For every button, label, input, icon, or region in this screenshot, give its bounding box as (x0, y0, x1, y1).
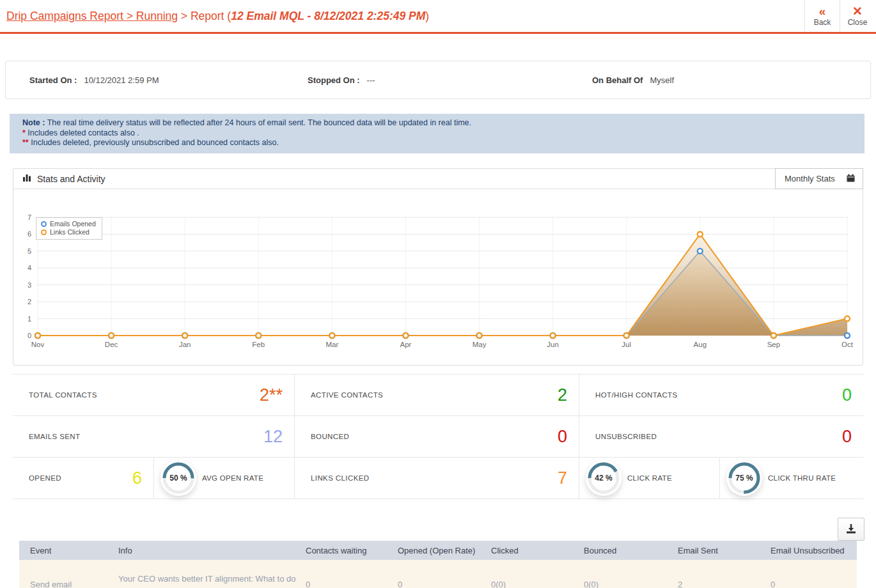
stat-bounced: BOUNCED 0 (294, 416, 579, 457)
stats-activity-panel: Stats and Activity Monthly Stats 0123456… (13, 168, 863, 366)
header-divider (0, 32, 876, 34)
svg-text:Sep: Sep (767, 341, 780, 348)
gauge-label: AVG OPEN RATE (202, 474, 263, 482)
stat-links-clicked: LINKS CLICKED 7 (294, 458, 579, 499)
back-icon: « (819, 6, 826, 17)
note-line-1: Note : The real time delivery status wil… (22, 118, 858, 128)
stat-value: 0 (842, 427, 852, 447)
stopped-on-label: Stopped On : (308, 75, 360, 85)
summary-row-1: TOTAL CONTACTS 2** ACTIVE CONTACTS 2 HOT… (13, 374, 863, 416)
started-on-label: Started On : (29, 75, 77, 85)
stat-label: ACTIVE CONTACTS (311, 391, 383, 399)
note-star: * (22, 128, 26, 137)
stats-panel-header: Stats and Activity Monthly Stats (13, 169, 863, 189)
back-label: Back (814, 18, 831, 27)
started-on-value: 10/12/2021 2:59 PM (84, 75, 159, 85)
gauge-percent: 50 % (160, 460, 196, 496)
svg-text:5: 5 (27, 247, 31, 255)
bar-chart-icon (22, 173, 31, 185)
note-label: Note : (22, 118, 45, 127)
legend-label-links-clicked: Links Clicked (50, 228, 90, 236)
cell-bounced: 0(0) (576, 580, 670, 588)
cell-email-unsubscribed: 0 (763, 580, 857, 588)
stat-opened: OPENED 6 (13, 458, 153, 499)
summary-stats-grid: TOTAL CONTACTS 2** ACTIVE CONTACTS 2 HOT… (13, 374, 863, 499)
monthly-stats-label: Monthly Stats (785, 174, 835, 183)
legend-item-links-clicked[interactable]: Links Clicked (41, 228, 96, 236)
stat-value: 2 (558, 385, 567, 405)
stat-label: UNSUBSCRIBED (595, 433, 657, 440)
stat-hot-high-contacts: HOT/HIGH CONTACTS 0 (579, 375, 863, 415)
stat-value: 7 (558, 468, 567, 488)
close-icon: ✕ (852, 6, 863, 17)
svg-text:1: 1 (27, 315, 31, 323)
summary-row-2: EMAILS SENT 12 BOUNCED 0 UNSUBSCRIBED 0 (13, 416, 863, 458)
header-clicked: Clicked (483, 546, 576, 555)
cell-email-sent: 2 (670, 580, 763, 588)
table-row[interactable]: Send email Your CEO wants better IT alig… (19, 560, 857, 588)
gauge-label: CLICK RATE (627, 474, 672, 482)
stat-label: EMAILS SENT (29, 433, 80, 440)
breadcrumb-link-running[interactable]: Drip Campaigns Report > Running (6, 10, 178, 23)
report-title: 12 Email MQL - 8/12/2021 2:25:49 PM (231, 10, 425, 23)
svg-text:0: 0 (27, 332, 31, 339)
note-box: Note : The real time delivery status wil… (10, 114, 864, 153)
events-table-header: Event Info Contacts waiting Opened (Open… (19, 541, 857, 560)
svg-text:Jul: Jul (622, 341, 631, 348)
stat-label: OPENED (29, 474, 61, 482)
svg-text:Oct: Oct (841, 341, 854, 348)
note-line-2-text: Includes deleted contacts also . (27, 128, 139, 137)
header-opened: Opened (Open Rate) (390, 546, 483, 555)
gauge-label: CLICK THRU RATE (768, 474, 836, 482)
stat-emails-sent: EMAILS SENT 12 (13, 416, 294, 457)
svg-text:Nov: Nov (31, 341, 45, 348)
breadcrumb: Drip Campaigns Report > Running > Report… (6, 0, 429, 32)
header-bounced: Bounced (576, 546, 670, 555)
download-icon (845, 523, 857, 536)
svg-text:Feb: Feb (252, 341, 265, 348)
header-contacts-waiting: Contacts waiting (298, 546, 390, 555)
header-email-unsubscribed: Email Unsubscribed (763, 546, 857, 555)
svg-text:Mar: Mar (325, 341, 338, 348)
links-clicked-marker-icon (41, 229, 47, 235)
back-button[interactable]: « Back (804, 0, 840, 32)
on-behalf-of-label: On Behalf Of (592, 75, 643, 85)
cell-contacts-waiting: 0 (298, 580, 390, 588)
note-line-2: * Includes deleted contacts also . (22, 128, 858, 139)
stat-unsubscribed: UNSUBSCRIBED 0 (579, 416, 863, 457)
svg-text:Apr: Apr (400, 341, 411, 348)
stat-label: BOUNCED (311, 433, 349, 440)
stat-active-contacts: ACTIVE CONTACTS 2 (294, 375, 579, 415)
gauge-percent: 75 % (726, 460, 762, 496)
gauge-percent: 42 % (586, 460, 622, 496)
header-email-sent: Email Sent (670, 546, 763, 555)
on-behalf-of: On Behalf Of Myself (592, 61, 674, 98)
breadcrumb-separator: > Report ( (178, 10, 231, 23)
close-button[interactable]: ✕ Close (840, 0, 875, 32)
cell-event: Send email (19, 580, 111, 588)
note-star: ** (22, 138, 29, 147)
legend-item-emails-opened[interactable]: Emails Opened (41, 220, 96, 228)
stat-total-contacts: TOTAL CONTACTS 2** (13, 375, 294, 415)
svg-text:2: 2 (27, 298, 31, 306)
stats-chart: 01234567NovDecJanFebMarAprMayJunJulAugSe… (13, 189, 863, 365)
stat-label: TOTAL CONTACTS (29, 391, 97, 399)
note-line-3-text: Includes deleted, previously unsubscribe… (31, 138, 279, 147)
monthly-stats-button[interactable]: Monthly Stats (775, 168, 863, 189)
stats-panel-title: Stats and Activity (37, 174, 106, 184)
page-header: Drip Campaigns Report > Running > Report… (0, 0, 876, 32)
drip-campaign-report-page: { "colors": { "accent": "#e4502e", "note… (0, 0, 876, 588)
campaign-info-bar: Started On : 10/12/2021 2:59 PM Stopped … (5, 61, 871, 99)
svg-text:Aug: Aug (694, 341, 707, 348)
started-on: Started On : 10/12/2021 2:59 PM (29, 61, 159, 98)
stat-value: 0 (842, 385, 852, 405)
on-behalf-of-value: Myself (650, 75, 674, 85)
svg-text:6: 6 (27, 230, 31, 238)
download-button[interactable] (838, 518, 864, 541)
stat-value: 2** (260, 385, 283, 405)
header-event: Event (19, 546, 111, 555)
click-thru-rate-gauge: 75 % (726, 460, 762, 496)
close-label: Close (848, 18, 868, 27)
stat-value: 6 (132, 468, 142, 488)
stat-avg-open-rate: 50 % AVG OPEN RATE (153, 458, 294, 499)
